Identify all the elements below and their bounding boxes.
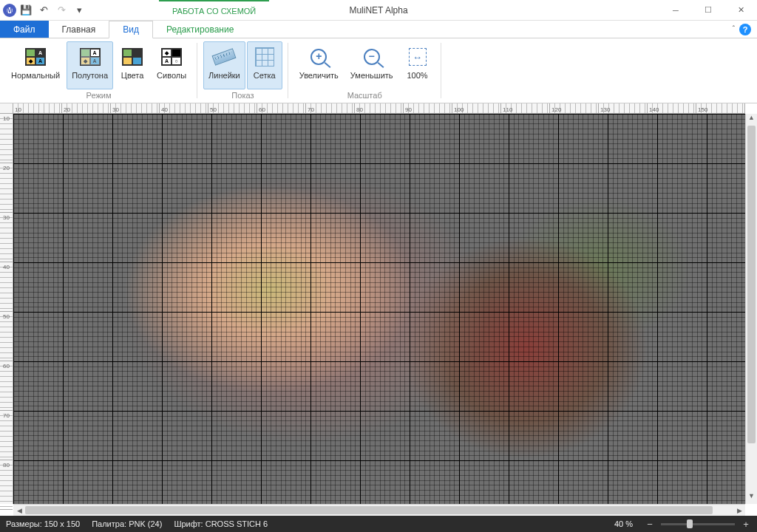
ribbon-tabs: Файл Главная Вид Редактирование ˆ ? <box>0 21 757 38</box>
ruler-tick: 80 <box>0 460 13 510</box>
ruler-tick: 80 <box>355 103 404 113</box>
status-size: Размеры: 150 x 150 <box>6 519 80 528</box>
ribbon-collapse-icon[interactable]: ˆ <box>733 25 735 33</box>
zoom-in-button[interactable]: + Увеличить <box>294 41 344 89</box>
help-button[interactable]: ? <box>739 24 751 35</box>
vertical-ruler: 1020304050607080 <box>0 114 13 504</box>
ruler-tick: 60 <box>257 103 306 113</box>
mode-normal-label: Нормальный <box>11 71 60 80</box>
group-mode-label: Режим <box>86 89 112 101</box>
mode-symbols-button[interactable]: ◆A○ Сиволы <box>152 41 191 89</box>
rulers-label: Линейки <box>208 71 240 80</box>
group-zoom-label: Масштаб <box>347 89 382 101</box>
mode-normal-button[interactable]: A◆A Нормальный <box>6 41 65 89</box>
rulers-toggle-button[interactable]: Линейки <box>203 41 245 89</box>
scroll-left-arrow[interactable]: ◀ <box>13 505 25 516</box>
ruler-tick: 90 <box>404 103 452 113</box>
tab-home[interactable]: Главная <box>49 21 109 38</box>
tab-edit[interactable]: Редактирование <box>153 21 247 38</box>
colors-mode-icon <box>122 48 143 66</box>
ruler-tick: 50 <box>0 312 13 361</box>
group-show: Линейки Сетка Показ <box>197 38 288 103</box>
close-button[interactable]: ✕ <box>724 0 757 21</box>
ruler-tick: 40 <box>0 262 13 312</box>
horizontal-scrollbar[interactable]: ◀ ▶ <box>13 504 745 516</box>
title-bar: M 💾 ↶ ↷ ▾ РАБОТА СО СХЕМОЙ MuliNET Alpha… <box>0 0 757 21</box>
grid-icon <box>255 47 274 66</box>
ruler-tick: 100 <box>452 103 501 113</box>
canvas-viewport[interactable] <box>13 114 745 504</box>
halftone-mode-icon: A◆A <box>80 48 101 66</box>
ruler-tick: 60 <box>0 361 13 411</box>
status-font: Шрифт: CROSS STICH 6 <box>174 519 268 528</box>
zoom-fit-button[interactable]: 100% <box>400 41 435 89</box>
contextual-tab-header: РАБОТА СО СХЕМОЙ <box>159 0 269 21</box>
mode-halftone-label: Полутона <box>72 71 108 80</box>
horizontal-scroll-thumb[interactable] <box>25 506 713 514</box>
ruler-tick: 150 <box>696 103 745 113</box>
ruler-tick: 30 <box>0 213 13 262</box>
normal-mode-icon: A◆A <box>25 48 46 66</box>
scroll-up-arrow[interactable]: ▲ <box>746 114 757 126</box>
window-title: MuliNET Alpha <box>349 5 407 16</box>
symbols-mode-icon: ◆A○ <box>161 48 182 66</box>
vertical-scroll-thumb[interactable] <box>747 126 756 443</box>
ruler-icon <box>212 48 237 65</box>
mode-halftone-button[interactable]: A◆A Полутона <box>67 41 113 89</box>
zoom-slider-knob[interactable] <box>687 519 693 528</box>
zoom-in-label: Увеличить <box>299 71 339 80</box>
stitch-pattern-canvas[interactable] <box>13 114 745 504</box>
zoom-plus-button[interactable]: + <box>741 519 751 529</box>
zoom-out-label: Уменьшить <box>350 71 393 80</box>
zoom-fit-label: 100% <box>407 71 427 80</box>
tab-view[interactable]: Вид <box>109 21 153 38</box>
workspace: 102030405060708090100110120130140150 102… <box>0 103 757 516</box>
undo-button[interactable]: ↶ <box>35 2 52 18</box>
ruler-tick: 10 <box>13 103 62 113</box>
status-bar: Размеры: 150 x 150 Палитра: PNK (24) Шри… <box>0 516 757 532</box>
scroll-down-arrow[interactable]: ▼ <box>746 492 757 504</box>
ruler-tick: 130 <box>599 103 648 113</box>
status-palette: Палитра: PNK (24) <box>92 519 162 528</box>
ruler-tick: 30 <box>111 103 160 113</box>
ruler-tick: 20 <box>0 163 13 213</box>
redo-button[interactable]: ↷ <box>53 2 69 18</box>
status-zoom-value: 40 % <box>614 519 633 528</box>
ruler-tick: 110 <box>501 103 550 113</box>
qat-dropdown[interactable]: ▾ <box>71 2 87 18</box>
ruler-tick: 120 <box>550 103 599 113</box>
mode-symbols-label: Сиволы <box>157 71 186 80</box>
group-show-label: Показ <box>231 89 254 101</box>
horizontal-ruler: 102030405060708090100110120130140150 <box>13 103 745 114</box>
tab-file[interactable]: Файл <box>0 21 49 38</box>
zoom-minus-button[interactable]: − <box>645 519 655 529</box>
ruler-tick: 140 <box>648 103 696 113</box>
ruler-tick: 50 <box>208 103 257 113</box>
ruler-tick: 70 <box>0 411 13 460</box>
mode-colors-button[interactable]: Цвета <box>115 41 150 89</box>
grid-toggle-button[interactable]: Сетка <box>247 41 282 89</box>
zoom-out-button[interactable]: − Уменьшить <box>345 41 398 89</box>
minimize-button[interactable]: ─ <box>659 0 692 21</box>
app-logo-icon: M <box>3 4 16 17</box>
zoom-out-icon: − <box>364 49 380 65</box>
fit-icon <box>409 48 427 66</box>
vertical-scrollbar[interactable]: ▲ ▼ <box>745 114 757 504</box>
maximize-button[interactable]: ☐ <box>692 0 724 21</box>
zoom-slider-track[interactable] <box>661 523 735 525</box>
ribbon: A◆A Нормальный A◆A Полутона Цвета ◆A○ Си… <box>0 38 757 103</box>
group-zoom: + Увеличить − Уменьшить 100% Масштаб <box>288 38 441 103</box>
mode-colors-label: Цвета <box>121 71 144 80</box>
ruler-tick: 40 <box>160 103 208 113</box>
ruler-corner <box>0 103 13 114</box>
group-mode: A◆A Нормальный A◆A Полутона Цвета ◆A○ Си… <box>0 38 197 103</box>
scroll-right-arrow[interactable]: ▶ <box>733 505 745 516</box>
ruler-tick: 70 <box>306 103 355 113</box>
zoom-slider-control: − + <box>645 519 751 529</box>
grid-label: Сетка <box>254 71 276 80</box>
ruler-tick: 10 <box>0 114 13 163</box>
quick-access-toolbar: M 💾 ↶ ↷ ▾ <box>0 2 87 18</box>
save-button[interactable]: 💾 <box>18 2 34 18</box>
ruler-tick: 20 <box>62 103 111 113</box>
zoom-in-icon: + <box>310 49 327 65</box>
